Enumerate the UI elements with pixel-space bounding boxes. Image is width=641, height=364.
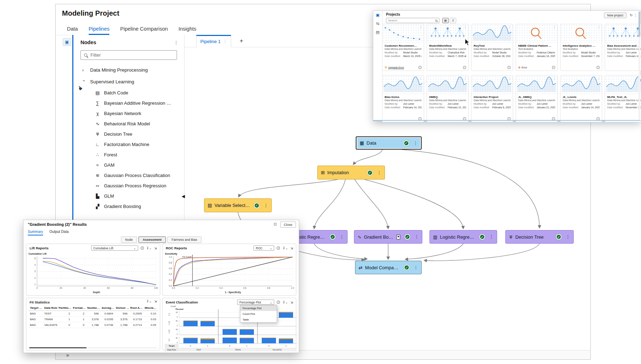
- card-menu-icon[interactable]: ⋮: [464, 77, 467, 80]
- nodes-palette-icon[interactable]: ▣: [63, 38, 71, 46]
- info-icon[interactable]: i: [277, 301, 280, 304]
- event-plot-select[interactable]: Percentage Plot⌄: [237, 300, 274, 305]
- info-icon[interactable]: i: [463, 66, 466, 69]
- tree-item-gam[interactable]: ≈GAM: [73, 160, 184, 170]
- expand-icon[interactable]: ⇲: [290, 301, 293, 304]
- new-project-button[interactable]: New project: [604, 12, 626, 18]
- results-flag-icon[interactable]: ⚑: [396, 235, 400, 239]
- node-menu-icon[interactable]: ⋮: [566, 234, 570, 239]
- tree-item-batch-code[interactable]: ▤Batch Code: [73, 88, 184, 98]
- tab-pipeline-comparison[interactable]: Pipeline Comparison: [120, 26, 168, 35]
- tree-item-gaussian-process-regression[interactable]: ∾Gaussian Process Regression: [73, 181, 184, 191]
- node-menu-icon[interactable]: ⋮: [415, 234, 419, 239]
- pipeline-node-logreg[interactable]: ▥Logistic Regre…✓⋮: [429, 230, 497, 244]
- card-menu-icon[interactable]: ⋮: [553, 25, 556, 29]
- projects-search-box[interactable]: [386, 18, 439, 23]
- project-card-roytest[interactable]: ⋮RoyTestData Mining and Machine Learning…: [471, 24, 513, 71]
- project-card-mlpa-test-jl[interactable]: ⋮MLPA_Test_JLData Mining and Machine Lea…: [605, 75, 641, 122]
- tree-item-gradient-boosting[interactable]: ▞Gradient Boosting: [73, 201, 184, 212]
- tab-data[interactable]: Data: [67, 26, 78, 35]
- horizontal-scrollbar[interactable]: [29, 347, 157, 348]
- info-icon[interactable]: i: [552, 66, 555, 69]
- tree-item-behavioral-risk-model[interactable]: ∿Behavioral Risk Model: [73, 119, 184, 129]
- tree-item-forest[interactable]: ∴Forest: [73, 150, 184, 160]
- card-menu-icon[interactable]: ⋮: [419, 25, 422, 29]
- menu-item-table[interactable]: Table: [240, 317, 277, 322]
- tree-item-bayesian-additive-regression[interactable]: ∑Bayesian Additive Regression …: [73, 98, 184, 108]
- project-card-bias-demo[interactable]: ⋮Bias DemoData Mining and Machine Learni…: [382, 75, 424, 122]
- project-card-bias-assessment-and-mitigation[interactable]: ⋮Bias Assessment and MitigationData Mini…: [605, 24, 641, 71]
- node-menu-icon[interactable]: ⋮: [340, 234, 344, 239]
- info-icon[interactable]: i: [596, 66, 600, 69]
- tab-pipelines[interactable]: Pipelines: [89, 26, 110, 35]
- project-card-intelligence-analytics-read-o[interactable]: ⋮Intelligence Analytics (Read-O…Text Ana…: [560, 24, 602, 71]
- tree-group-data-mining-preprocessing[interactable]: ›Data Mining Preprocessing: [73, 64, 184, 76]
- pipeline-node-modelcomp[interactable]: ⇄Model Compa…✓⋮: [355, 261, 422, 274]
- filter-box[interactable]: [80, 50, 177, 60]
- node-menu-icon[interactable]: ⋮: [489, 234, 494, 239]
- pipeline-node-dtree[interactable]: ⋔Decision Tree✓⋮: [505, 230, 574, 244]
- tree-group-supervised-learning[interactable]: ›Supervised Learning: [73, 76, 184, 88]
- menu-item-percentage-plot[interactable]: Percentage Plot: [240, 305, 277, 311]
- toggle-assessment[interactable]: Assessment: [139, 236, 166, 243]
- project-card-model4workflow[interactable]: ⋮Model4WorkflowData Mining and Machine L…: [427, 24, 469, 71]
- nodes-panel-menu-icon[interactable]: ⋮: [174, 40, 178, 45]
- expand-icon[interactable]: ⇲: [290, 246, 293, 250]
- projects-icon[interactable]: ▣: [376, 13, 379, 17]
- node-menu-icon[interactable]: ⋮: [377, 170, 381, 175]
- grid-view-button[interactable]: ▦: [442, 18, 449, 23]
- projects-menu-icon[interactable]: ⋮: [634, 13, 637, 17]
- menu-item-count-plot[interactable]: Count Plot: [240, 311, 277, 317]
- filter-input[interactable]: [90, 52, 173, 58]
- projects-search-input[interactable]: [388, 19, 431, 22]
- results-tab-output-data[interactable]: Output Data: [49, 230, 69, 235]
- list-view-button[interactable]: ☰: [450, 18, 456, 23]
- download-icon[interactable]: ↧⌄: [282, 246, 288, 250]
- project-card-jl-levels[interactable]: ⋮JL_LevelsData Mining and Machine Learni…: [560, 75, 602, 122]
- info-icon[interactable]: i: [141, 246, 144, 250]
- download-icon[interactable]: ↧⌄: [146, 300, 152, 303]
- card-menu-icon[interactable]: ⋮: [597, 25, 600, 29]
- node-menu-icon[interactable]: ⋮: [413, 141, 418, 146]
- roc-metric-select[interactable]: ROC⌄: [254, 245, 274, 251]
- exchange-icon[interactable]: ⇆: [376, 21, 379, 26]
- node-menu-icon[interactable]: ⋮: [414, 265, 418, 270]
- node-menu-icon[interactable]: ⋮: [264, 203, 268, 208]
- tree-item-bayesian-network[interactable]: χBayesian Network: [73, 108, 184, 119]
- card-menu-icon[interactable]: ⋮: [508, 25, 511, 29]
- tree-item-decision-tree[interactable]: ⋔Decision Tree: [73, 129, 184, 139]
- info-icon[interactable]: i: [277, 246, 280, 250]
- project-card-interactive-project[interactable]: ⋮Interactive ProjectData Mining and Mach…: [471, 75, 513, 122]
- card-menu-icon[interactable]: ⋮: [553, 77, 556, 80]
- models-icon[interactable]: ▤: [376, 30, 379, 35]
- expand-icon[interactable]: ⇲: [154, 300, 157, 303]
- card-menu-icon[interactable]: ⋮: [597, 77, 600, 80]
- tree-item-gaussian-process-classification[interactable]: ≋Gaussian Process Classification: [73, 170, 184, 181]
- info-icon[interactable]: i: [507, 66, 511, 69]
- pipeline-node-varsel[interactable]: ▤Variable Select…✓⋮: [204, 198, 272, 212]
- maximize-icon[interactable]: ⊡: [274, 222, 277, 226]
- card-menu-icon[interactable]: ⋮: [464, 25, 467, 29]
- lift-metric-select[interactable]: Cumulative Lift⌄: [91, 245, 138, 251]
- close-button[interactable]: Close: [280, 222, 296, 228]
- tree-item-factorization-machine[interactable]: ∟Factorization Machine: [73, 139, 184, 150]
- project-card-jl-hmeq[interactable]: ⋮JL_HMEQData Mining and Machine Learning…: [516, 75, 558, 122]
- download-icon[interactable]: ↧⌄: [146, 246, 152, 250]
- info-icon[interactable]: i: [418, 66, 422, 69]
- results-tab-summary[interactable]: Summary: [28, 230, 43, 235]
- project-card-nbme-clinical-patient-notes-r[interactable]: ⋮NBME Clinical Patient Notes (R…Text Ana…: [516, 24, 558, 71]
- download-icon[interactable]: ↧⌄: [282, 301, 288, 304]
- pipeline-node-gboost[interactable]: ∿Gradient Bo…⚑✓⋮: [354, 230, 422, 244]
- vertical-scrollbar[interactable]: [639, 11, 640, 120]
- card-menu-icon[interactable]: ⋮: [419, 77, 422, 80]
- panel-collapse-handle[interactable]: ◀: [182, 194, 185, 199]
- refresh-icon[interactable]: ↻: [630, 13, 633, 17]
- expand-icon[interactable]: ⇲: [154, 246, 157, 250]
- tab-insights[interactable]: Insights: [178, 26, 196, 35]
- pipeline-node-imputation[interactable]: ⊞Imputation✓⋮: [317, 166, 385, 180]
- tree-item-glm[interactable]: ▙GLM: [73, 191, 184, 201]
- project-card-hmeq[interactable]: ⋮HMEQData Mining and Machine LearningMod…: [427, 75, 469, 122]
- pipeline-node-data[interactable]: ▦Data✓⋮: [356, 136, 422, 150]
- toggle-fairness-and-bias[interactable]: Fairness and Bias: [167, 236, 202, 243]
- toggle-node[interactable]: Node: [121, 236, 137, 243]
